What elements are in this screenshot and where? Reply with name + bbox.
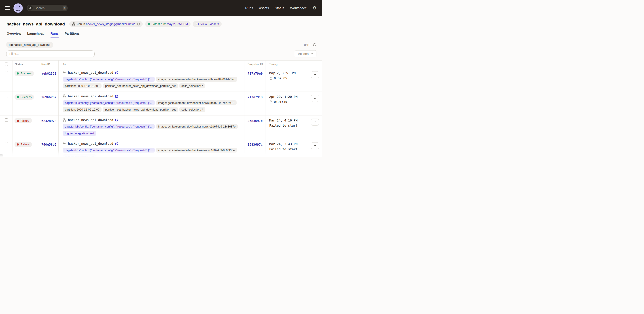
snapshot-id-link[interactable]: 717a79e9: [248, 72, 262, 75]
run-tag[interactable]: partition_set: hacker_news_api_download_…: [103, 107, 178, 112]
job-graph-icon: [62, 94, 66, 98]
status-dot-icon: [17, 120, 19, 122]
run-tag[interactable]: image: gcr.io/elementl-dev/hacker-news:c…: [156, 148, 237, 153]
search-input[interactable]: Search... /: [26, 5, 68, 11]
chevron-down-icon: [314, 97, 316, 100]
run-tag-link[interactable]: dagster-k8s/config: {"container_config":…: [62, 148, 155, 153]
run-tag-link[interactable]: trigger: integration_test: [62, 154, 96, 157]
runs-table: Status Run ID Job Snapshot ID Timing Suc…: [0, 60, 322, 157]
status-dot-icon: [17, 96, 19, 98]
row-checkbox[interactable]: [5, 71, 8, 74]
run-tag-link[interactable]: dagster-k8s/config: {"container_config":…: [62, 100, 155, 105]
menu-icon[interactable]: [5, 6, 10, 10]
select-all-checkbox[interactable]: [5, 63, 8, 66]
status-label: Failure: [20, 119, 30, 122]
job-graph-icon: [72, 22, 75, 26]
nav-status[interactable]: Status: [275, 6, 284, 10]
run-duration: 0:01:45: [274, 100, 287, 104]
run-tag[interactable]: image: gcr.io/elementl-dev/hacker-news:c…: [156, 124, 238, 129]
status-dot-icon: [17, 143, 19, 146]
run-tags: dagster-k8s/config: {"container_config":…: [62, 148, 241, 157]
dagster-logo-icon[interactable]: [14, 3, 23, 13]
run-tag[interactable]: image: gcr.io/elementl-dev/hacker-news:d…: [156, 77, 237, 82]
tab-overview[interactable]: Overview: [7, 32, 21, 38]
status-label: Failure: [20, 143, 30, 146]
row-actions-button[interactable]: [311, 119, 319, 126]
run-tag-link[interactable]: dagster-k8s/config: {"container_config":…: [62, 77, 155, 82]
settings-gear-icon[interactable]: ⚙: [312, 6, 316, 10]
external-link-icon[interactable]: [115, 118, 118, 122]
run-duration: Failed to start: [269, 124, 298, 127]
chevron-down-icon: [310, 52, 313, 55]
filter-bar: job:hacker_news_api_download 0:10: [0, 38, 322, 48]
stopwatch-icon: [269, 77, 272, 80]
chevron-down-icon: [314, 121, 316, 124]
table-row: Failure 6232897a hacker_news_api_downloa…: [0, 116, 322, 139]
status-label: Success: [20, 72, 32, 75]
run-tag[interactable]: partition_set: hacker_news_api_download_…: [103, 83, 178, 88]
row-actions-button[interactable]: [311, 95, 319, 102]
run-id-link[interactable]: 740e58b2: [41, 143, 56, 146]
run-id-link[interactable]: 6232897a: [41, 119, 56, 123]
nav-runs[interactable]: Runs: [245, 6, 253, 10]
top-bar: Search... / Runs Assets Status Workspace…: [0, 0, 322, 16]
run-tag-link[interactable]: trigger: integration_test: [62, 131, 96, 136]
row-actions-button[interactable]: [311, 71, 319, 78]
actions-button[interactable]: Actions: [295, 50, 316, 57]
row-actions-button[interactable]: [311, 142, 319, 149]
job-name: hacker_news_api_download: [68, 71, 113, 74]
run-tag[interactable]: partition: 2020-12-02-12:00: [62, 107, 102, 112]
nav-assets[interactable]: Assets: [259, 6, 269, 10]
reload-repo-icon[interactable]: [137, 22, 140, 26]
controls-row: Actions: [0, 48, 322, 57]
latest-run-status-dot-icon: [148, 23, 150, 25]
tab-partitions[interactable]: Partitions: [64, 32, 80, 38]
row-checkbox[interactable]: [5, 118, 8, 122]
snapshot-id-link[interactable]: 717a79e9: [248, 95, 262, 99]
run-tags: dagster-k8s/config: {"container_config":…: [62, 100, 241, 112]
external-link-icon[interactable]: [115, 142, 118, 145]
tab-runs[interactable]: Runs: [50, 32, 58, 38]
run-duration: Failed to start: [269, 148, 298, 151]
assets-table-icon: [196, 22, 199, 26]
job-filter-chip[interactable]: job:hacker_news_api_download: [6, 42, 53, 48]
repo-location-link[interactable]: hacker_news_staging@hacker-news: [86, 22, 135, 26]
view-assets-chip[interactable]: View 3 assets: [193, 21, 222, 27]
run-tags: dagster-k8s/config: {"container_config":…: [62, 124, 241, 136]
run-id-link[interactable]: 269b6202: [41, 95, 56, 99]
column-header-snapshot-id: Snapshot ID: [244, 60, 266, 68]
status-badge: Success: [14, 94, 34, 100]
run-tag[interactable]: solid_selection: *: [179, 83, 205, 88]
run-tag[interactable]: solid_selection: *: [179, 107, 205, 112]
runs-filter-input[interactable]: [6, 50, 94, 57]
column-header-timing: Timing: [266, 60, 308, 68]
job-name: hacker_news_api_download: [68, 118, 113, 122]
stopwatch-icon: [269, 100, 272, 104]
actions-label: Actions: [298, 52, 308, 56]
snapshot-id-link[interactable]: 3583697c: [248, 119, 262, 123]
external-link-icon[interactable]: [115, 71, 118, 74]
run-tag[interactable]: image: gcr.io/elementl-dev/hacker-news:8…: [156, 100, 236, 105]
job-name: hacker_news_api_download: [68, 94, 113, 98]
refresh-icon[interactable]: [312, 43, 316, 47]
run-id-link[interactable]: aeb02329: [41, 72, 56, 75]
table-row: Success aeb02329 hacker_news_api_downloa…: [0, 68, 322, 92]
external-link-icon[interactable]: [115, 95, 118, 98]
run-tag[interactable]: partition: 2020-12-02-12:00: [62, 83, 102, 88]
row-checkbox[interactable]: [5, 142, 8, 145]
snapshot-id-link[interactable]: 3583697c: [248, 143, 262, 146]
latest-run-chip: Latest run: May 2, 2:51 PM: [145, 21, 190, 27]
row-checkbox[interactable]: [5, 95, 8, 98]
run-duration: 0:02:05: [274, 76, 287, 80]
run-start-time: Mar 24, 3:43 PM: [269, 142, 308, 146]
run-tag-link[interactable]: dagster-k8s/config: {"container_config":…: [62, 124, 155, 129]
tab-bar: Overview Launchpad Runs Partitions: [0, 32, 322, 38]
view-assets-link[interactable]: View 3 assets: [200, 22, 219, 26]
nav-workspace[interactable]: Workspace: [290, 6, 307, 10]
job-graph-icon: [62, 118, 66, 122]
chevron-down-icon: [314, 73, 316, 76]
tab-launchpad[interactable]: Launchpad: [27, 32, 44, 38]
latest-run-time-link[interactable]: May 2, 2:51 PM: [167, 22, 188, 26]
table-header-row: Status Run ID Job Snapshot ID Timing: [0, 60, 322, 68]
top-nav: Runs Assets Status Workspace ⚙: [245, 6, 316, 10]
